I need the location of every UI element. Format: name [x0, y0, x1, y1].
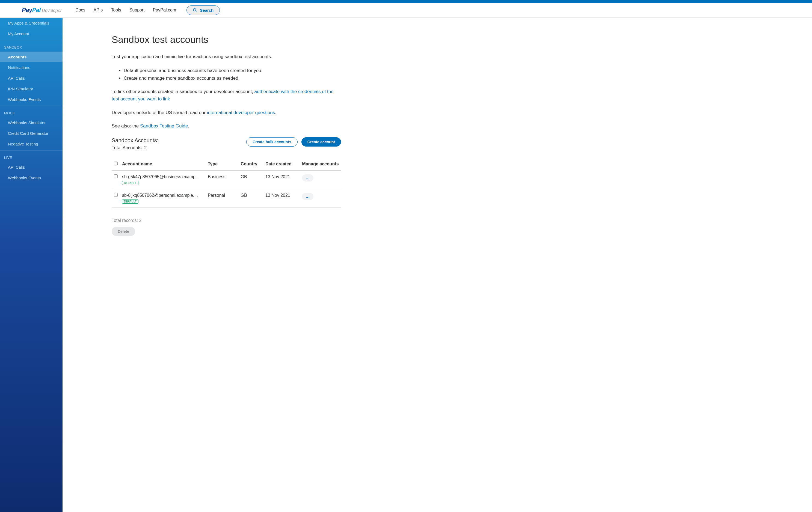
row-checkbox[interactable]	[114, 193, 118, 197]
link-paragraph: To link other accounts created in sandbo…	[112, 88, 341, 102]
table-row: sb-g5k47p8507065@business.examp... DEFAU…	[112, 171, 341, 189]
section-title: Sandbox Accounts:	[112, 137, 158, 144]
header-checkbox-cell	[112, 159, 120, 171]
default-badge: DEFAULT	[122, 200, 139, 204]
manage-button[interactable]: …	[302, 174, 314, 181]
header-country: Country	[238, 159, 263, 171]
page-title: Sandbox test accounts	[112, 34, 341, 45]
row-checkbox[interactable]	[114, 174, 118, 178]
sidebar-item-webhooks-simulator[interactable]: Webhooks Simulator	[0, 117, 62, 128]
delete-button[interactable]: Delete	[112, 227, 135, 236]
see-also-prefix: See also: the	[112, 123, 140, 128]
bullet-item: Default personal and business accounts h…	[124, 67, 341, 75]
intl-paragraph: Developers outside of the US should read…	[112, 109, 341, 116]
total-accounts-value: 2	[144, 145, 147, 150]
logo-developer: Developer	[42, 8, 62, 13]
account-date: 13 Nov 2021	[263, 171, 300, 189]
bullet-item: Create and manage more sandbox accounts …	[124, 74, 341, 83]
sidebar-item-accounts[interactable]: Accounts	[0, 52, 62, 62]
create-bulk-button[interactable]: Create bulk accounts	[246, 137, 298, 147]
svg-point-0	[193, 8, 196, 11]
sidebar-item-notifications[interactable]: Notifications	[0, 62, 62, 73]
total-accounts-label: Total Accounts:	[112, 145, 144, 150]
search-label: Search	[200, 8, 213, 12]
sidebar-item-api-calls-live[interactable]: API Calls	[0, 162, 62, 173]
intl-link[interactable]: international developer questions	[207, 110, 275, 115]
account-name: sb-8ljkq8507062@personal.example....	[122, 193, 203, 198]
account-type: Business	[206, 171, 239, 189]
sidebar-section-mock: MOCK	[0, 106, 62, 117]
see-also-link[interactable]: Sandbox Testing Guide	[140, 123, 188, 128]
account-name: sb-g5k47p8507065@business.examp...	[122, 174, 203, 179]
default-badge: DEFAULT	[122, 181, 139, 185]
nav-apis[interactable]: APIs	[94, 8, 103, 12]
header-date: Date created	[263, 159, 300, 171]
see-also-suffix: .	[188, 123, 189, 128]
top-nav: Docs APIs Tools Support PayPal.com Searc…	[75, 5, 220, 15]
sidebar-item-api-calls-sandbox[interactable]: API Calls	[0, 73, 62, 84]
manage-button[interactable]: …	[302, 193, 314, 200]
intl-suffix: .	[275, 110, 276, 115]
main-content: Sandbox test accounts Test your applicat…	[62, 18, 390, 512]
header: PayPal Developer Docs APIs Tools Support…	[0, 3, 812, 18]
total-records-value: 2	[139, 218, 141, 223]
header-manage: Manage accounts	[300, 159, 341, 171]
sidebar-item-my-account[interactable]: My Account	[0, 28, 62, 39]
see-also-paragraph: See also: the Sandbox Testing Guide.	[112, 122, 341, 130]
sidebar-item-negative-testing[interactable]: Negative Testing	[0, 139, 62, 149]
total-records-label: Total records:	[112, 218, 139, 223]
sidebar-item-my-apps[interactable]: My Apps & Credentials	[0, 18, 62, 28]
nav-support[interactable]: Support	[129, 8, 145, 12]
sidebar-item-credit-card-generator[interactable]: Credit Card Generator	[0, 128, 62, 139]
header-name: Account name	[120, 159, 206, 171]
table-row: sb-8ljkq8507062@personal.example.... DEF…	[112, 189, 341, 208]
account-type: Personal	[206, 189, 239, 208]
nav-tools[interactable]: Tools	[111, 8, 121, 12]
search-icon	[193, 8, 197, 12]
header-type: Type	[206, 159, 239, 171]
account-country: GB	[238, 189, 263, 208]
logo-pal: Pal	[32, 6, 41, 13]
account-date: 13 Nov 2021	[263, 189, 300, 208]
total-records: Total records: 2	[112, 218, 341, 223]
logo[interactable]: PayPal Developer	[22, 6, 62, 13]
sidebar-item-webhooks-events-live[interactable]: Webhooks Events	[0, 173, 62, 183]
select-all-checkbox[interactable]	[114, 161, 118, 165]
nav-paypal-com[interactable]: PayPal.com	[153, 8, 176, 12]
logo-pay: Pay	[22, 6, 32, 13]
top-bar	[0, 0, 812, 3]
sidebar-section-sandbox: SANDBOX	[0, 40, 62, 52]
create-account-button[interactable]: Create account	[301, 137, 341, 147]
total-accounts: Total Accounts: 2	[112, 145, 158, 151]
search-button[interactable]: Search	[186, 5, 220, 15]
intro-text: Test your application and mimic live tra…	[112, 53, 341, 60]
sidebar: My Apps & Credentials My Account SANDBOX…	[0, 18, 62, 512]
sidebar-item-webhooks-events-sandbox[interactable]: Webhooks Events	[0, 94, 62, 105]
nav-docs[interactable]: Docs	[75, 8, 85, 12]
svg-line-1	[196, 11, 196, 11]
link-para-prefix: To link other accounts created in sandbo…	[112, 89, 255, 94]
bullet-list: Default personal and business accounts h…	[112, 67, 341, 83]
accounts-table: Account name Type Country Date created M…	[112, 159, 341, 208]
sidebar-item-ipn-simulator[interactable]: IPN Simulator	[0, 84, 62, 94]
sidebar-section-live: LIVE	[0, 150, 62, 162]
account-country: GB	[238, 171, 263, 189]
intl-prefix: Developers outside of the US should read…	[112, 110, 207, 115]
